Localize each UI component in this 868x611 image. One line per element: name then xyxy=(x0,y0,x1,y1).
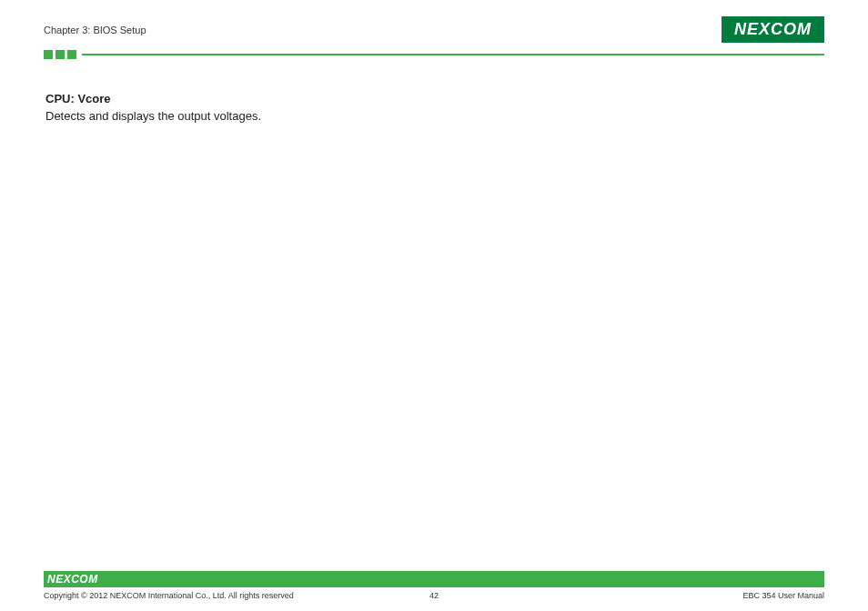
logo-text: NEXCOM xyxy=(734,20,812,39)
footer-bar: NEXCOM xyxy=(44,571,824,587)
square-icon xyxy=(56,50,65,59)
header-divider xyxy=(44,50,824,59)
square-icon xyxy=(44,50,53,59)
main-content: CPU: Vcore Detects and displays the outp… xyxy=(44,92,824,611)
page-number: 42 xyxy=(429,591,439,600)
section-title: CPU: Vcore xyxy=(45,92,824,105)
logo-top: NEXCOM xyxy=(722,16,824,43)
chapter-title: Chapter 3: BIOS Setup xyxy=(44,25,146,35)
square-icon xyxy=(67,50,76,59)
divider-line xyxy=(82,54,824,55)
page-header: Chapter 3: BIOS Setup NEXCOM xyxy=(44,16,824,43)
manual-name: EBC 354 User Manual xyxy=(742,591,824,600)
logo-bottom: NEXCOM xyxy=(47,573,98,586)
footer-text: Copyright © 2012 NEXCOM International Co… xyxy=(44,591,824,600)
copyright-text: Copyright © 2012 NEXCOM International Co… xyxy=(44,591,294,600)
decorative-squares xyxy=(44,50,76,59)
section-description: Detects and displays the output voltages… xyxy=(45,109,824,123)
